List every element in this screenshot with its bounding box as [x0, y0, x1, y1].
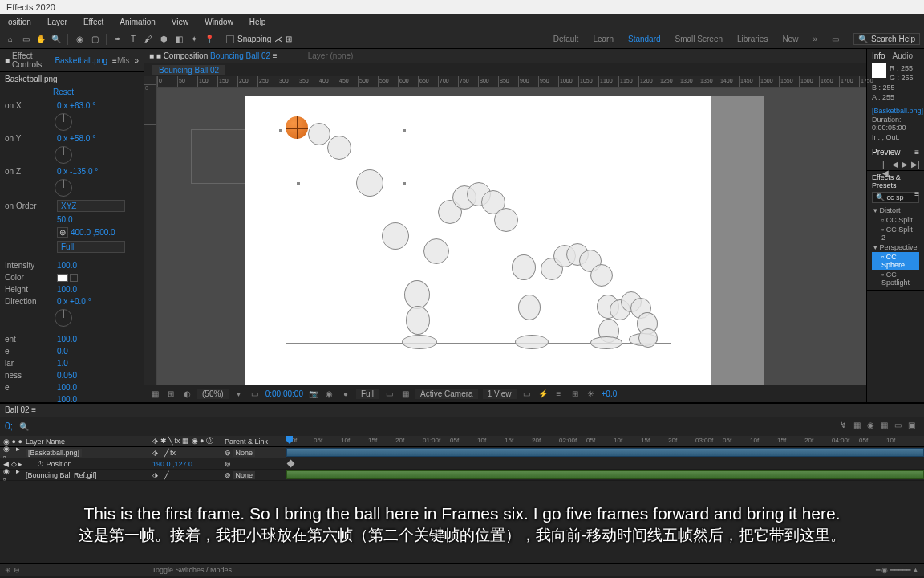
- resolution-dropdown[interactable]: Full: [356, 389, 379, 399]
- rotation-y-value[interactable]: 0 x +58.0 °: [57, 134, 95, 143]
- stamp-tool-icon[interactable]: ⬢: [157, 33, 170, 46]
- motion-blur-icon[interactable]: ◉: [867, 421, 878, 432]
- height-value[interactable]: 100.0: [57, 285, 77, 294]
- workspace-expand-icon[interactable]: ▭: [832, 35, 839, 43]
- flowchart-icon[interactable]: ⊞: [569, 389, 581, 400]
- footage-name[interactable]: Bouncing Ball 02: [152, 65, 225, 75]
- view-dropdown[interactable]: 1 View: [483, 389, 517, 399]
- pen-tool-icon[interactable]: ✒: [111, 33, 124, 46]
- frame-blend-icon[interactable]: ▦: [853, 421, 865, 432]
- play-icon[interactable]: ▶: [902, 160, 910, 168]
- cc-spotlight-effect[interactable]: ▫ CC Spotlight: [872, 270, 919, 287]
- timeline-timecode[interactable]: 0;: [5, 421, 13, 432]
- brush-tool-icon[interactable]: 🖌: [142, 33, 155, 46]
- menu-effect[interactable]: Effect: [75, 16, 111, 28]
- snapping-toggle[interactable]: Snapping ⋌ ⊞: [226, 35, 292, 43]
- home-icon[interactable]: ⌂: [4, 33, 17, 46]
- timeline-icon[interactable]: ≡: [553, 389, 565, 400]
- workspace-learn[interactable]: Learn: [593, 35, 614, 43]
- menu-animation[interactable]: Animation: [111, 16, 163, 28]
- pixel-aspect-icon[interactable]: ▭: [521, 389, 533, 400]
- rotation-x-dial[interactable]: [55, 113, 72, 131]
- keyframe[interactable]: [287, 460, 295, 468]
- text-tool-icon[interactable]: T: [127, 33, 140, 46]
- fast-preview-icon[interactable]: ⚡: [537, 389, 549, 400]
- camera-dropdown[interactable]: Active Camera: [415, 389, 478, 399]
- direction-value[interactable]: 0 x +0.0 °: [57, 297, 91, 306]
- timeline-tracks[interactable]: :00f05f10f15f20f01:00f05f10f15f20f02:00f…: [286, 436, 924, 563]
- transparency-grid-icon[interactable]: ▦: [399, 389, 411, 400]
- search-help[interactable]: 🔍 Search Help: [853, 33, 920, 45]
- rotation-order-dropdown[interactable]: XYZ: [57, 200, 125, 212]
- workspace-menu-icon[interactable]: »: [813, 35, 817, 43]
- workspace-standard[interactable]: Standard: [628, 35, 661, 43]
- comp-tab[interactable]: ■ ■ Composition Bouncing Ball 02 ≡: [149, 51, 278, 60]
- timeline-search-icon[interactable]: 🔍: [19, 422, 29, 431]
- exposure-value[interactable]: +0.0: [602, 389, 618, 398]
- current-time[interactable]: 0:00:00:00: [265, 389, 303, 398]
- radius-value[interactable]: 50.0: [57, 215, 72, 224]
- reset-exposure-icon[interactable]: ☀: [586, 389, 597, 400]
- preview-tab[interactable]: Preview: [872, 148, 901, 157]
- orbit-tool-icon[interactable]: ◉: [73, 33, 86, 46]
- effects-presets-tab[interactable]: Effects & Presets: [872, 173, 914, 189]
- roi-icon[interactable]: ▭: [383, 389, 395, 400]
- menu-help[interactable]: Help: [241, 16, 274, 28]
- distort-category[interactable]: ▾ Distort: [872, 206, 919, 215]
- snap-opt1-icon[interactable]: ⋌: [274, 35, 282, 43]
- menu-composition[interactable]: osition: [0, 16, 39, 28]
- audio-tab[interactable]: Audio: [892, 51, 913, 60]
- resolution-icon[interactable]: ▾: [233, 389, 245, 400]
- toggle-switches-button[interactable]: Toggle Switches / Modes: [152, 566, 233, 574]
- menu-layer[interactable]: Layer: [39, 16, 75, 28]
- eyedropper-icon[interactable]: [70, 274, 78, 282]
- roto-tool-icon[interactable]: ✦: [188, 33, 201, 46]
- selection-tool-icon[interactable]: ▭: [19, 33, 32, 46]
- layer-row-basketball[interactable]: ◉ ▸ ▫ [Basketball.png] ⬗ ╱ fx ⊚ None: [0, 447, 286, 458]
- prev-frame-icon[interactable]: ◀: [892, 160, 900, 168]
- basketball-layer[interactable]: [286, 116, 308, 139]
- hand-tool-icon[interactable]: ✋: [34, 33, 47, 46]
- layer-row-reference[interactable]: ◉ ▸ ▫ [Bouncing Ball Ref.gif] ⬗ ╱ ⊚ None: [0, 470, 286, 481]
- playhead[interactable]: [290, 436, 290, 563]
- snap-opt2-icon[interactable]: ⊞: [286, 35, 292, 43]
- rect-tool-icon[interactable]: ▢: [88, 33, 101, 46]
- rotation-z-value[interactable]: 0 x -135.0 °: [57, 167, 98, 176]
- zoom-tool-icon[interactable]: 🔍: [50, 33, 63, 46]
- shy-icon[interactable]: ↯: [840, 421, 851, 432]
- timeline-tab[interactable]: Ball 02: [5, 405, 30, 414]
- snapshot-icon[interactable]: 📷: [308, 389, 319, 400]
- grid-icon[interactable]: ▦: [149, 389, 160, 400]
- render-toggle-icon[interactable]: ⊕ ⊖: [5, 566, 20, 574]
- snapping-checkbox[interactable]: [226, 35, 234, 43]
- next-frame-icon[interactable]: ▶|: [911, 160, 919, 168]
- reset-link[interactable]: Reset: [53, 88, 74, 96]
- rotation-z-dial[interactable]: [55, 179, 72, 197]
- direction-dial[interactable]: [55, 309, 72, 327]
- menu-window[interactable]: Window: [197, 16, 241, 28]
- workspace-new[interactable]: New: [782, 35, 798, 43]
- workspace-small-screen[interactable]: Small Screen: [675, 35, 723, 43]
- workspace-default[interactable]: Default: [553, 35, 579, 43]
- color-swatch[interactable]: [57, 274, 68, 282]
- puppet-tool-icon[interactable]: 📍: [203, 33, 216, 46]
- guides-icon[interactable]: ⊞: [165, 389, 176, 400]
- show-channel-icon[interactable]: ◉: [324, 389, 335, 400]
- offset-value[interactable]: 400.0 ,500.0: [71, 228, 116, 237]
- cc-sphere-effect[interactable]: ▫ CC Sphere: [872, 252, 919, 270]
- 3d-icon[interactable]: ▣: [908, 421, 919, 432]
- mask-icon[interactable]: ◐: [181, 389, 192, 400]
- graph-editor-icon[interactable]: ▦: [881, 421, 892, 432]
- zoom-dropdown[interactable]: (50%): [197, 389, 229, 399]
- rotation-x-value[interactable]: 0 x +63.0 °: [57, 101, 95, 110]
- composition-viewport[interactable]: [157, 88, 866, 385]
- minimize-icon[interactable]: —: [906, 2, 918, 12]
- eraser-tool-icon[interactable]: ◧: [172, 33, 185, 46]
- position-property-row[interactable]: ◀ ◇ ▸ ⏱ Position 190.0 ,127.0 ⊚: [0, 458, 286, 470]
- effect-controls-tab[interactable]: ■ Effect Controls Basketball.png ≡ Mis »: [0, 49, 144, 72]
- menu-view[interactable]: View: [164, 16, 197, 28]
- cc-split2-effect[interactable]: ▫ CC Split 2: [872, 225, 919, 242]
- render-dropdown[interactable]: Full: [57, 241, 125, 253]
- workspace-libraries[interactable]: Libraries: [737, 35, 768, 43]
- channel-icon[interactable]: ▭: [249, 389, 261, 400]
